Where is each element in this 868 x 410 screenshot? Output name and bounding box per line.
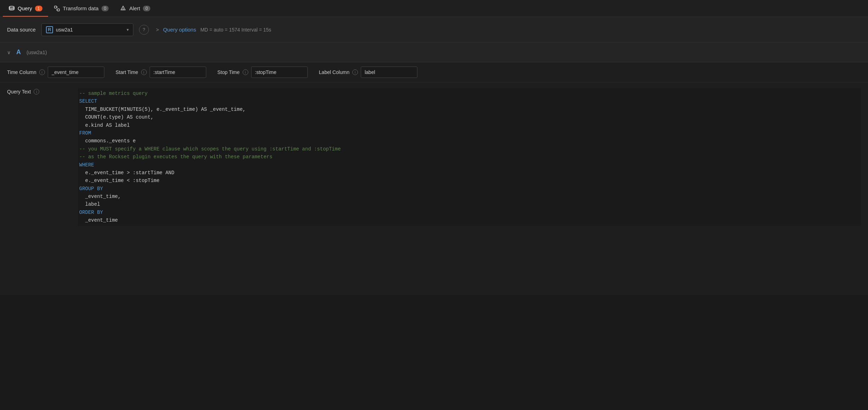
datasource-brand-icon: R (46, 26, 53, 33)
help-button[interactable]: ? (139, 25, 149, 35)
tab-alert-badge: 0 (143, 6, 150, 11)
tab-alert-label: Alert (129, 5, 140, 11)
start-time-input[interactable] (150, 67, 206, 78)
datasource-select[interactable]: R usw2a1 ▾ (41, 23, 133, 36)
tab-query-badge: 1 (35, 6, 42, 11)
query-options-label[interactable]: Query options (163, 27, 196, 33)
svg-point-4 (123, 9, 123, 10)
label-column-label: Label Column (319, 69, 349, 75)
query-options-meta: MD = auto = 1574 Interval = 15s (200, 27, 271, 33)
datasource-name: usw2a1 (56, 27, 124, 33)
query-section: ∨ A (usw2a1) Time Column i Start Time i … (0, 42, 868, 295)
svg-rect-1 (54, 6, 57, 8)
query-text-label: Query Text (7, 89, 31, 95)
query-options-section: > Query options MD = auto = 1574 Interva… (156, 27, 271, 33)
tab-transform-badge: 0 (102, 6, 109, 11)
label-column-info-icon[interactable]: i (352, 69, 358, 75)
query-text-info-icon[interactable]: i (34, 89, 39, 95)
query-letter: A (16, 49, 21, 56)
tab-transform-label: Transform data (63, 5, 99, 11)
start-time-group: Start Time i (116, 67, 206, 78)
tab-query-label: Query (18, 5, 32, 11)
arrow-icon: > (156, 27, 159, 33)
transform-icon (54, 5, 60, 12)
tab-alert[interactable]: Alert 0 (114, 0, 156, 17)
tab-bar: Query 1 Transform data 0 Alert 0 (0, 0, 868, 17)
time-column-info-icon[interactable]: i (39, 69, 45, 75)
query-text-label-group: Query Text i (7, 88, 78, 95)
tab-transform[interactable]: Transform data 0 (48, 0, 115, 17)
label-column-input[interactable] (361, 67, 417, 78)
datasource-bar: Data source R usw2a1 ▾ ? > Query options… (0, 17, 868, 42)
query-text-row: Query Text i -- sample metrics querySELE… (0, 82, 868, 295)
code-editor[interactable]: -- sample metrics querySELECT TIME_BUCKE… (78, 88, 861, 226)
tab-query[interactable]: Query 1 (3, 0, 48, 17)
label-column-group: Label Column i (319, 67, 417, 78)
stop-time-input[interactable] (251, 67, 308, 78)
svg-point-0 (9, 6, 14, 8)
svg-rect-2 (57, 9, 59, 11)
time-column-label: Time Column (7, 69, 36, 75)
stop-time-info-icon[interactable]: i (243, 69, 248, 75)
datasource-label: Data source (7, 27, 36, 33)
time-column-group: Time Column i (7, 67, 104, 78)
start-time-info-icon[interactable]: i (141, 69, 147, 75)
alert-icon (120, 5, 126, 12)
stop-time-group: Stop Time i (218, 67, 308, 78)
database-icon (8, 5, 15, 12)
fields-row: Time Column i Start Time i Stop Time i L… (0, 62, 868, 82)
time-column-input[interactable] (48, 67, 104, 78)
query-datasource-name: (usw2a1) (27, 50, 47, 55)
collapse-button[interactable]: ∨ (7, 50, 11, 55)
start-time-label: Start Time (116, 69, 138, 75)
stop-time-label: Stop Time (218, 69, 240, 75)
chevron-down-icon: ▾ (127, 27, 129, 32)
query-header: ∨ A (usw2a1) (0, 42, 868, 62)
